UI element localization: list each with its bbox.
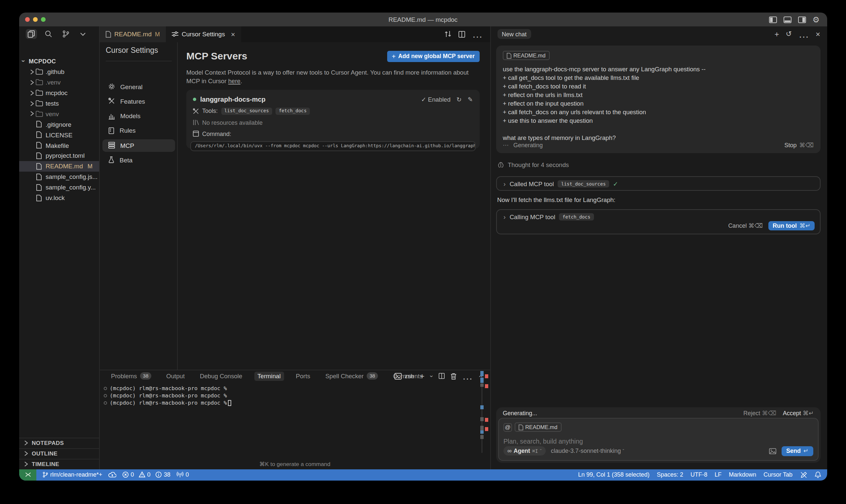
attach-image-icon[interactable] — [769, 448, 776, 454]
settings-nav-general[interactable]: General — [102, 80, 175, 93]
problems-item[interactable]: 0 0 38 — [122, 472, 170, 478]
toggle-left-sidebar-icon[interactable] — [769, 16, 777, 23]
explorer-icon[interactable] — [26, 29, 37, 39]
close-chat-icon[interactable]: × — [816, 30, 820, 39]
reject-button[interactable]: Reject ⌘⌫ — [743, 410, 776, 416]
tab-cursor-settings[interactable]: Cursor Settings × — [166, 26, 241, 42]
composer-input-card[interactable]: @ README.md Plan, search, build anything… — [498, 418, 818, 461]
chat-more-icon[interactable]: … — [798, 29, 809, 40]
accept-button[interactable]: Accept ⌘↵ — [783, 410, 814, 416]
context-chip[interactable]: README.md — [515, 422, 561, 432]
minimize-window-button[interactable] — [33, 18, 37, 22]
explorer-item[interactable]: Makefile — [19, 140, 99, 150]
slashed-pen-icon[interactable] — [800, 471, 807, 479]
explorer-item[interactable]: LICENSE — [19, 129, 99, 140]
settings-nav-mcp[interactable]: MCP — [102, 139, 175, 151]
git-branch-item[interactable]: rlm/clean-readme*+ — [42, 472, 102, 478]
settings-nav-rules[interactable]: Rules — [102, 124, 175, 137]
run-tool-button[interactable]: Run tool ⌘↵ — [769, 221, 814, 230]
search-icon[interactable] — [43, 29, 54, 39]
panel-tab-output[interactable]: Output — [163, 372, 188, 381]
terminal-dropdown-chevron-icon[interactable]: › — [428, 375, 435, 377]
model-selector[interactable]: claude-3.7-sonnet-thinking ˇ — [551, 448, 624, 454]
explorer-item[interactable]: pyproject.toml — [19, 150, 99, 161]
settings-nav-models[interactable]: Models — [102, 110, 175, 122]
send-button[interactable]: Send ↵ — [781, 446, 813, 456]
nav-label: Beta — [120, 157, 133, 164]
toggle-bottom-panel-icon[interactable] — [783, 16, 791, 23]
composer-placeholder[interactable]: Plan, search, build anything — [503, 438, 813, 445]
split-terminal-icon[interactable] — [438, 373, 444, 379]
refresh-icon[interactable]: ↻ — [456, 95, 462, 103]
terminal-instance[interactable]: zsh — [395, 373, 414, 380]
sidebar-section-outline[interactable]: OUTLINE — [19, 448, 99, 458]
explorer-item[interactable]: .venv — [19, 77, 99, 88]
language-item[interactable]: Markdown — [729, 472, 756, 478]
ports-item[interactable]: 0 — [176, 472, 189, 478]
calling-tool-box[interactable]: › Calling MCP tool fetch_docs Cancel ⌘⌫ … — [496, 209, 820, 234]
split-editor-icon[interactable] — [458, 31, 465, 38]
source-control-icon[interactable] — [60, 29, 71, 39]
close-tab-icon[interactable]: × — [231, 30, 235, 38]
success-check-icon: ✓ — [613, 181, 618, 188]
settings-gear-icon[interactable]: ⚙ — [812, 15, 819, 24]
chat-tab[interactable]: New chat — [497, 29, 531, 39]
line-col-item[interactable]: Ln 99, Col 1 (358 selected) — [578, 472, 650, 478]
explorer-item[interactable]: sample_config.y... — [19, 182, 99, 193]
called-tool-box[interactable]: › Called MCP tool list_doc_sources ✓ — [496, 176, 820, 191]
settings-nav-beta[interactable]: Beta — [102, 154, 175, 166]
new-chat-icon[interactable]: + — [775, 30, 779, 39]
eol-item[interactable]: LF — [714, 472, 722, 478]
explorer-item[interactable]: tests — [19, 98, 99, 109]
chat-history-icon[interactable]: ↺ — [786, 30, 792, 39]
explorer-item[interactable]: .gitignore — [19, 119, 99, 130]
kill-terminal-trash-icon[interactable] — [450, 373, 456, 380]
mention-button[interactable]: @ — [503, 423, 512, 431]
remote-indicator[interactable] — [19, 469, 36, 481]
nav-label: MCP — [120, 142, 134, 149]
panel-tab-ports[interactable]: Ports — [293, 372, 313, 381]
toggle-right-sidebar-icon[interactable] — [798, 16, 806, 23]
maximize-window-button[interactable] — [41, 18, 45, 22]
agent-mode-selector[interactable]: ∞ Agent ⌘I ˇ — [503, 447, 546, 456]
terminal[interactable]: (mcpdoc) rlm@rs-macbook-pro mcpdoc %(mcp… — [100, 384, 490, 406]
enabled-toggle[interactable]: ✓ Enabled — [421, 95, 451, 103]
sidebar-section-notepads[interactable]: NOTEPADS — [19, 438, 99, 448]
explorer-root[interactable]: › MCPDOC — [19, 56, 99, 67]
explorer-item[interactable]: venv — [19, 109, 99, 119]
notifications-bell-icon[interactable] — [814, 471, 821, 479]
new-terminal-icon[interactable]: + — [420, 372, 425, 381]
context-chip[interactable]: README.md — [503, 51, 549, 60]
expand-chevron-icon[interactable]: › — [503, 181, 506, 188]
more-actions-icon[interactable]: … — [472, 29, 483, 40]
item-label: sample_config.js... — [46, 173, 98, 180]
edit-pencil-icon[interactable]: ✎ — [467, 95, 473, 103]
panel-tab-spell-checker[interactable]: Spell Checker38 — [322, 372, 381, 381]
thought-row[interactable]: Thought for 4 seconds — [497, 162, 569, 168]
panel-more-icon[interactable]: … — [462, 370, 473, 382]
panel-tab-problems[interactable]: Problems38 — [108, 372, 154, 381]
explorer-item[interactable]: README.mdM — [19, 161, 99, 172]
cursor-tab-item[interactable]: Cursor Tab — [763, 472, 793, 478]
cancel-button[interactable]: Cancel ⌘⌫ — [728, 222, 763, 229]
tab-readme[interactable]: README.md M — [100, 26, 166, 42]
indentation-item[interactable]: Spaces: 2 — [657, 472, 683, 478]
explorer-item[interactable]: uv.lock — [19, 193, 99, 203]
explorer-item[interactable]: .github — [19, 67, 99, 77]
explorer-item[interactable]: sample_config.js... — [19, 172, 99, 182]
sidebar-section-timeline[interactable]: TIMELINE — [19, 458, 99, 469]
panel-tab-terminal[interactable]: Terminal — [254, 372, 284, 381]
stop-button[interactable]: Stop ⌘⌫ — [784, 142, 814, 148]
more-views-chevron-icon[interactable] — [77, 29, 88, 39]
settings-nav-features[interactable]: Features — [102, 95, 175, 108]
close-window-button[interactable] — [25, 18, 29, 22]
compare-changes-icon[interactable] — [444, 31, 451, 38]
panel-tab-debug-console[interactable]: Debug Console — [196, 372, 245, 381]
add-mcp-server-button[interactable]: + Add new global MCP server — [387, 51, 479, 62]
sync-cloud-icon[interactable] — [108, 472, 116, 478]
here-link[interactable]: here — [228, 77, 241, 84]
encoding-item[interactable]: UTF-8 — [690, 472, 707, 478]
server-command-input[interactable]: /Users/rlm/.local/bin/uvx --from mcpdoc … — [190, 141, 476, 151]
expand-chevron-icon[interactable]: › — [503, 214, 506, 221]
explorer-item[interactable]: mcpdoc — [19, 88, 99, 98]
